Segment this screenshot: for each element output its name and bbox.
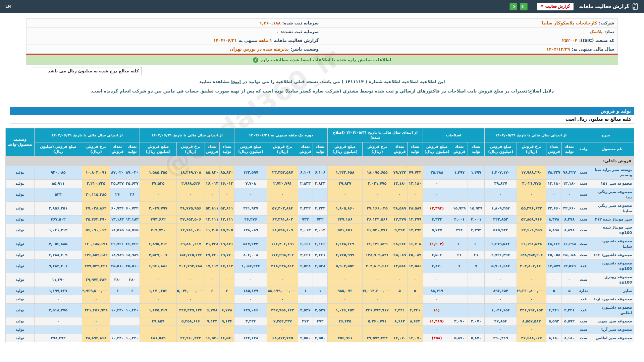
- value-cell: ۰: [234, 273, 267, 287]
- value-cell: [298, 273, 313, 287]
- value-cell: ۰: [362, 295, 392, 303]
- group-header-0: از ابتدای سال مالی تا تاریخ ۱۴۰۴/۰۵/۳۱: [484, 128, 577, 142]
- value-cell: ۳,۰۲۱,۷۷۵: [362, 179, 392, 188]
- value-cell: ۶: [110, 287, 125, 295]
- value-cell: ۰: [234, 188, 267, 201]
- value-cell: ۵۲,۸۱۱: [205, 201, 219, 215]
- next-report-button[interactable]: [509, 3, 517, 10]
- value-cell: ۰: [327, 273, 362, 287]
- production-sales-table: شرحاز ابتدای سال مالی تا تاریخ ۱۴۰۴/۰۵/۳…: [5, 128, 634, 342]
- value-cell: ۷۹,۷۲۴: [407, 166, 423, 179]
- status-cell: تولید: [5, 215, 34, 224]
- value-cell: ۰: [82, 295, 110, 303]
- value-cell: ۰: [484, 273, 517, 287]
- value-cell: ۶۸,۸۷۳,۷۲۵: [267, 334, 298, 342]
- table-units-note: کلیه مبالغ به میلیون ریال است: [10, 115, 634, 124]
- value-cell: ۱,۴۰۷,۱۷۰: [484, 166, 517, 179]
- value-cell: ۰: [423, 179, 451, 188]
- value-cell: ۳,۰۷۰: [468, 317, 484, 325]
- million-note-wrap: کلیه مبالغ درج شده به میلیون ریال می باش…: [26, 67, 618, 75]
- value-cell: ۳۵,۶۳۷: [125, 179, 140, 188]
- value-cell: ۰: [205, 188, 219, 201]
- banner-text: اطلاعات نمایش داده شده با اطلاعات امضا ش…: [261, 57, 391, 62]
- value-cell: ۸,۳۷۸: [562, 215, 577, 224]
- group-header-desc: شرح: [577, 128, 634, 142]
- value-cell: ۵,۸۷۰: [451, 334, 468, 342]
- previous-version-link[interactable]: اینجا: [231, 79, 241, 84]
- value-cell: ۰: [484, 325, 517, 334]
- value-cell: ۸۰۳,۰۰۸: [234, 251, 267, 259]
- value-cell: ۲,۰۴۷,۷۹۷: [140, 201, 176, 215]
- value-cell: ۱۰,۴۳۰: [110, 303, 125, 317]
- value-cell: ۱۲۰,۱۸۵,۱۹۱: [82, 237, 110, 251]
- value-cell: ۱۳,۱۸۳: [110, 215, 125, 224]
- value-cell: ۸,۸۹۸: [546, 224, 562, 237]
- value-cell: ۲,۴۱۰,۷۲۵: [82, 179, 110, 188]
- value-cell: ۱۴,۵۸۶: [392, 259, 407, 273]
- value-cell: ۱۰,۲۴۰: [110, 334, 125, 342]
- table-row: سپر مونتاژ شده ۲۱۲ست۸,۳۷۸۸,۳۷۸۵۲,۸۵۸,۹۱۶…: [5, 215, 634, 224]
- value-cell: ۱۴۲,۵۹۷: [234, 166, 267, 179]
- value-cell: ۷۸,۲۲۷: [546, 166, 562, 179]
- value-cell: ۲,۷۸۸,۷۰۹: [34, 251, 82, 259]
- value-cell: ۱۹۹,۹۳۹,۵۰۰,۰۰۰: [82, 287, 110, 295]
- value-cell: ۷: [468, 259, 484, 273]
- value-cell: ۱,۴۴۲,۶۵۸: [327, 166, 362, 179]
- unit-cell: ست: [577, 215, 590, 224]
- table-body: فروش داخلی:پوسته سپر پراید صبا ونسیمست۷۸…: [5, 156, 634, 342]
- value-cell: ۰: [267, 273, 298, 287]
- value-cell: ۲۹,۵۷۴,۲۳۴: [362, 334, 392, 342]
- value-cell: ۰: [219, 273, 234, 287]
- value-cell: ۱۰,۲۴۰: [125, 334, 140, 342]
- chevron-right-icon: [512, 5, 516, 8]
- company-name-value[interactable]: کارخانجات پلاسکوکار سایپا: [542, 20, 597, 25]
- value-cell: ۳,۵۰۲: [423, 251, 451, 259]
- symbol-value[interactable]: پلاسک: [590, 29, 603, 34]
- value-cell: ۹,۱۳۴: [205, 317, 219, 325]
- value-cell: ۱۷۹,۳۳۰,۸۰۰,۰۰۰: [517, 287, 546, 295]
- value-cell: ۱۰,۸۰۳,۰۹۱: [82, 166, 110, 179]
- report-type-dropdown[interactable]: گزارش فعالیت: [537, 3, 574, 10]
- value-cell: ۶۲,۱۹۱,۵۴۸: [517, 237, 546, 251]
- value-cell: ۳,۷۳۲,۴۹۷: [484, 251, 517, 259]
- value-cell: ۱۷,۱۱۴: [205, 259, 219, 273]
- table-row: پوسته سپر پراید صبا ونسیمست۷۸,۲۲۷۷۸,۲۲۷۱…: [5, 166, 634, 179]
- value-cell: [468, 295, 484, 303]
- language-toggle[interactable]: EN: [5, 4, 11, 9]
- value-cell: [298, 325, 313, 334]
- value-cell: [219, 295, 234, 303]
- value-cell: ۵,۳۶۰,۷۷۱: [362, 317, 392, 325]
- previous-report-button[interactable]: [520, 3, 528, 10]
- value-cell: ۲,۰۱۳: [313, 224, 327, 237]
- unit-cell: عدد: [577, 303, 590, 317]
- value-cell: ۳۸,۲۶۲: [546, 237, 562, 251]
- value-cell: ۱۸,۰۹۵,۶۵۵: [362, 166, 392, 179]
- value-cell: ۱۹,۸۷۱: [219, 237, 234, 251]
- value-cell: ۰: [423, 273, 451, 287]
- column-header-prod: تعداد تولید: [313, 142, 327, 156]
- value-cell: ۱۶,۷۰۵: [407, 237, 423, 251]
- product-name-cell: مجموعه داشبورد اطلس: [590, 303, 634, 317]
- value-cell: ۳۲,۶۶۰: [546, 201, 562, 215]
- value-cell: ۱,۸۰۹,۲۵۴: [484, 201, 517, 215]
- value-cell: ۴۷۲: [313, 317, 327, 325]
- value-cell: [110, 317, 125, 325]
- value-cell: [205, 295, 219, 303]
- value-cell: ۰: [327, 295, 362, 303]
- value-cell: ۰: [34, 325, 82, 334]
- column-header-amount: مبلغ فروش (میلیون ریال): [327, 142, 362, 156]
- value-cell: ۲۶: [125, 188, 140, 201]
- value-cell: ۴,۶۳۱: [298, 251, 313, 259]
- value-cell: ۲,۵۲۸: [313, 259, 327, 273]
- value-cell: ۵۲۳: [34, 188, 82, 201]
- value-cell: ۳,۴۲۴: [234, 317, 267, 325]
- value-cell: [125, 295, 140, 303]
- value-cell: ۵۷۱,۶۵۱: [327, 224, 362, 237]
- value-cell: ۴۰۶,۷۹۴,۷۸۸: [176, 259, 205, 273]
- value-cell: ۱۸۵,۱۷۹,۰۰۰,۰۰۰: [267, 287, 298, 295]
- value-cell: ۲۹,۹۷۳,۶۸۴: [82, 273, 110, 287]
- status-cell: تولید: [5, 303, 34, 317]
- value-cell: ۴,۶۳۱: [313, 251, 327, 259]
- value-cell: ۰: [205, 273, 219, 287]
- value-cell: ۳۵,۴۸۸: [423, 166, 451, 179]
